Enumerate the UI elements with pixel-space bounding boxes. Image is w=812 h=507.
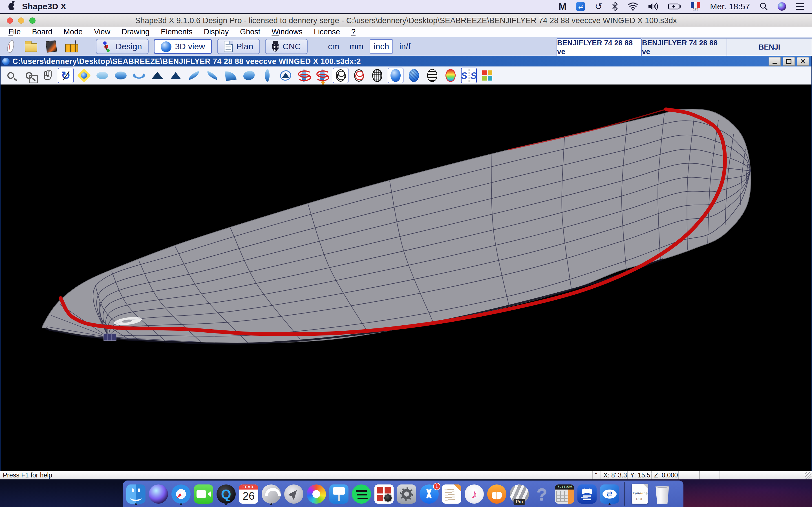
rotate-x-view-button[interactable] <box>296 68 312 83</box>
menu-item-windows[interactable]: Windows <box>266 27 308 36</box>
rotate-axis-view-button[interactable] <box>278 68 294 83</box>
zoom-in-button[interactable] <box>3 68 18 83</box>
pan-hand-button[interactable] <box>40 68 55 83</box>
document-window-titlebar[interactable]: C:\users\dennery\Desktop\SEABREEZE\BENJI… <box>0 56 812 66</box>
outline-blob-view-button[interactable] <box>241 68 257 83</box>
stripes-view-button[interactable] <box>424 68 440 83</box>
menu-item-drawing[interactable]: Drawing <box>116 27 155 36</box>
solid-view-button[interactable] <box>388 68 403 83</box>
rail-right-view-button[interactable] <box>204 68 220 83</box>
dock-item-app-store[interactable]: 1 <box>419 482 439 506</box>
unit-inch[interactable]: inch <box>370 40 393 54</box>
teamviewer-menubar-icon[interactable]: ⇄ <box>576 2 585 11</box>
viewport-3d[interactable] <box>0 84 812 471</box>
board-tab-2[interactable]: BENJIFLYER 74 28 88 ve <box>642 38 727 56</box>
new-board-button[interactable] <box>3 39 18 54</box>
keyboard-layout-fr-icon[interactable]: 123 <box>691 2 700 11</box>
mode-button-label: Plan <box>236 42 253 51</box>
dock-item-calendar[interactable]: FÉVR.26 <box>239 482 259 506</box>
apple-menu-icon[interactable] <box>8 3 15 10</box>
rotate-3d-button[interactable]: ↻ <box>58 68 73 83</box>
menubar-app-name[interactable]: Shape3D X <box>22 2 66 11</box>
unit-mm[interactable]: mm <box>345 40 367 54</box>
menu-item-mode[interactable]: Mode <box>58 27 89 36</box>
3d-view-mode-button[interactable]: 3D view <box>154 39 212 54</box>
menu-item-[interactable]: ? <box>346 27 361 36</box>
siri-menubar-icon[interactable] <box>777 2 786 11</box>
front-section-view-button[interactable] <box>149 68 165 83</box>
rotate-y-view-button[interactable] <box>314 68 330 83</box>
dock-item-pages[interactable] <box>442 482 462 506</box>
menu-item-ghost[interactable]: Ghost <box>234 27 266 36</box>
dock-item-pdf-document[interactable]: KandlinePDF <box>629 482 650 506</box>
menu-item-elements[interactable]: Elements <box>155 27 198 36</box>
dock-item-keynote[interactable] <box>329 482 349 506</box>
dock-item-quicktime[interactable]: Q <box>216 482 236 506</box>
volume-icon[interactable] <box>648 1 659 12</box>
wireframe-view-button[interactable] <box>333 68 349 83</box>
mdi-maximize-button[interactable] <box>783 57 795 66</box>
resize-grip[interactable] <box>805 472 811 479</box>
net-sphere-view-button[interactable] <box>369 68 385 83</box>
thickness-view-button[interactable] <box>131 68 147 83</box>
dock-item-finder[interactable] <box>126 482 146 506</box>
dock-item-itunes[interactable] <box>464 482 485 506</box>
save-button[interactable] <box>44 39 59 54</box>
wireframe-red-view-button[interactable] <box>351 68 367 83</box>
design-mode-button[interactable]: Design <box>96 39 149 54</box>
side-profile-view-button[interactable] <box>259 68 275 83</box>
dock-item-spotify[interactable] <box>351 482 371 506</box>
menu-item-display[interactable]: Display <box>198 27 235 36</box>
textured-view-button[interactable] <box>406 68 422 83</box>
dock-item-remote-desktop[interactable] <box>577 482 597 506</box>
dock-item-photo-booth[interactable] <box>374 482 394 506</box>
dock-item-help[interactable]: ? <box>532 482 552 506</box>
outline-top-view-button[interactable] <box>94 68 110 83</box>
dock-item-siri[interactable] <box>148 482 168 506</box>
flow-lines-view-button[interactable]: SS <box>461 68 477 83</box>
dock-item-system-preferences[interactable] <box>396 482 417 506</box>
wifi-icon[interactable] <box>627 1 638 12</box>
battery-icon[interactable] <box>668 1 681 12</box>
notification-center-icon[interactable] <box>796 3 804 10</box>
window-titlebar[interactable]: Shape3d X 9.1.0.6 Design Pro - licensed … <box>0 14 812 27</box>
unit-cm[interactable]: cm <box>324 40 343 54</box>
measurements-button[interactable] <box>64 39 79 54</box>
cnc-mode-button[interactable]: CNC <box>265 39 308 54</box>
unit-in-f[interactable]: in/f <box>395 40 414 54</box>
dock-item-photos[interactable] <box>306 482 326 506</box>
zoom-window-button[interactable] <box>21 68 37 83</box>
menu-item-license[interactable]: License <box>308 27 346 36</box>
color-grid-view-button[interactable] <box>479 68 495 83</box>
bluetooth-icon[interactable] <box>612 1 618 12</box>
dock-item-trash[interactable] <box>652 482 672 506</box>
rail-left-view-button[interactable] <box>186 68 202 83</box>
dock-item-books[interactable] <box>487 482 507 506</box>
plan-mode-button[interactable]: Plan <box>217 39 260 54</box>
dock-item-wave-app[interactable] <box>261 482 282 506</box>
dock-item-google-earth[interactable]: Pro <box>509 482 529 506</box>
menu-item-file[interactable]: File <box>3 27 27 36</box>
board-tab-1[interactable]: BENJIFLYER 74 28 88 ve <box>557 38 642 56</box>
menu-item-view[interactable]: View <box>88 27 116 36</box>
perspective-view-button[interactable] <box>223 68 239 83</box>
surfboard-3d-render[interactable] <box>1 84 811 471</box>
dock-item-safari[interactable] <box>171 482 191 506</box>
spotlight-tool-button[interactable] <box>76 68 92 83</box>
time-machine-icon[interactable]: ↺ <box>595 1 602 12</box>
mdi-minimize-button[interactable] <box>769 57 781 66</box>
dock-item-teamviewer[interactable]: ⇄ <box>599 482 620 506</box>
dock-item-launchpad[interactable] <box>284 482 304 506</box>
back-section-view-button[interactable] <box>168 68 184 83</box>
dock-item-facetime[interactable] <box>193 482 214 506</box>
spotlight-icon[interactable] <box>760 1 768 12</box>
outline-bottom-view-button[interactable] <box>113 68 129 83</box>
open-button[interactable] <box>24 39 38 54</box>
board-tab-3[interactable]: BENJI <box>727 38 812 56</box>
malwarebytes-icon[interactable]: M <box>559 1 566 12</box>
mdi-close-button[interactable]: ✕ <box>797 57 809 66</box>
menubar-clock[interactable]: Mer. 18:57 <box>710 2 750 11</box>
rainbow-view-button[interactable] <box>443 68 458 83</box>
dock-item-calculator[interactable]: 3.141593 <box>554 482 574 506</box>
menu-item-board[interactable]: Board <box>27 27 58 36</box>
